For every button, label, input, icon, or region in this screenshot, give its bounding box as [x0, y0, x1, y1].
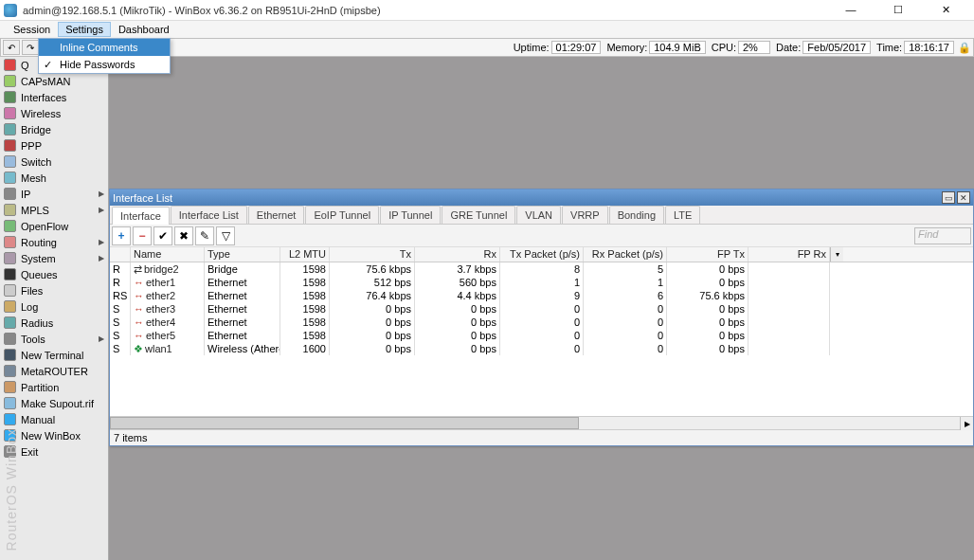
tab-ethernet[interactable]: Ethernet — [248, 206, 305, 224]
scroll-right-arrow-icon[interactable]: ▶ — [960, 417, 973, 430]
table-row[interactable]: S↔ether5Ethernet15980 bps0 bps000 bps — [110, 329, 973, 342]
minimize-button[interactable]: — — [834, 4, 868, 16]
enable-button[interactable]: ✔ — [153, 226, 172, 245]
sidebar-item-interfaces[interactable]: Interfaces — [0, 89, 108, 105]
submenu-arrow-icon: ▶ — [99, 238, 104, 246]
cpu-label: CPU: — [712, 42, 736, 53]
scrollbar-thumb[interactable] — [110, 417, 579, 429]
column-header[interactable]: FP Tx — [667, 247, 749, 262]
sidebar-item-routing[interactable]: Routing▶ — [0, 234, 108, 250]
sidebar-item-new-terminal[interactable]: New Terminal — [0, 347, 108, 363]
cell — [749, 316, 830, 329]
tab-bonding[interactable]: Bonding — [609, 206, 664, 224]
sidebar-item-queues[interactable]: Queues — [0, 266, 108, 282]
column-header[interactable]: Tx — [330, 247, 415, 262]
column-menu-button[interactable]: ▾ — [830, 247, 843, 262]
sidebar-label: CAPsMAN — [21, 76, 71, 87]
cell — [749, 302, 830, 316]
menu-item-hide-passwords[interactable]: ✓ Hide Passwords — [39, 56, 170, 73]
menu-dashboard[interactable]: Dashboard — [111, 22, 177, 37]
column-header[interactable]: Type — [205, 247, 280, 262]
sidebar-item-log[interactable]: Log — [0, 298, 108, 315]
sidebar-item-system[interactable]: System▶ — [0, 250, 108, 266]
sidebar-item-wireless[interactable]: Wireless — [0, 105, 108, 121]
table-row[interactable]: R⇄bridge2Bridge159875.6 kbps3.7 kbps850 … — [110, 262, 973, 276]
menu-session[interactable]: Session — [6, 22, 58, 37]
redo-button[interactable]: ↷ — [22, 40, 39, 55]
sidebar-item-tools[interactable]: Tools▶ — [0, 331, 108, 347]
column-header[interactable]: Name — [131, 247, 205, 262]
disable-button[interactable]: ✖ — [174, 226, 193, 245]
column-header[interactable]: Tx Packet (p/s) — [500, 247, 584, 262]
sidebar-item-ip[interactable]: IP▶ — [0, 186, 108, 202]
cell — [749, 262, 830, 276]
tab-ip-tunnel[interactable]: IP Tunnel — [380, 206, 441, 224]
interface-name: ether1 — [146, 277, 175, 288]
comment-button[interactable]: ✎ — [195, 226, 214, 245]
column-header[interactable]: L2 MTU — [280, 247, 330, 262]
check-icon: ✓ — [44, 59, 52, 71]
cell: 0 — [584, 329, 667, 342]
cell: 0 bps — [330, 302, 415, 316]
column-header[interactable]: Rx — [415, 247, 500, 262]
tab-lte[interactable]: LTE — [665, 206, 700, 224]
add-button[interactable]: + — [112, 226, 131, 245]
menu-item-inline-comments[interactable]: Inline Comments — [39, 39, 170, 56]
find-input[interactable]: Find — [914, 227, 971, 244]
sidebar-item-ppp[interactable]: PPP — [0, 137, 108, 154]
filter-button[interactable]: ▽ — [216, 226, 235, 245]
tab-vlan[interactable]: VLAN — [516, 206, 561, 224]
maximize-button[interactable]: ☐ — [881, 4, 915, 16]
table-row[interactable]: S↔ether3Ethernet15980 bps0 bps000 bps — [110, 302, 973, 316]
table-row[interactable]: S↔ether4Ethernet15980 bps0 bps000 bps — [110, 316, 973, 329]
sidebar-item-radius[interactable]: Radius — [0, 315, 108, 331]
remove-button[interactable]: − — [133, 226, 152, 245]
sidebar-label: Switch — [21, 156, 51, 168]
sidebar-icon — [4, 316, 16, 329]
sidebar-item-mpls[interactable]: MPLS▶ — [0, 202, 108, 218]
window-close-button[interactable]: ✕ — [957, 191, 970, 204]
submenu-arrow-icon: ▶ — [99, 190, 104, 198]
workspace: QCAPsMANInterfacesWirelessBridgePPPSwitc… — [0, 57, 974, 560]
tab-eoip-tunnel[interactable]: EoIP Tunnel — [305, 206, 379, 224]
sidebar-icon — [4, 284, 16, 297]
sidebar-item-capsman[interactable]: CAPsMAN — [0, 73, 108, 89]
tab-interface[interactable]: Interface — [112, 207, 170, 225]
table-row[interactable]: S❖wlan1Wireless (Atheros AR9...16000 bps… — [110, 342, 973, 355]
table-row[interactable]: R↔ether1Ethernet1598512 bps560 bps110 bp… — [110, 276, 973, 289]
sidebar-icon — [4, 252, 16, 264]
cell — [749, 276, 830, 289]
tab-interface-list[interactable]: Interface List — [171, 206, 247, 224]
tab-vrrp[interactable]: VRRP — [562, 206, 608, 224]
cell: 0 bps — [667, 342, 749, 355]
close-button[interactable]: ✕ — [929, 4, 963, 16]
sidebar-item-switch[interactable]: Switch — [0, 154, 108, 170]
grid-header: NameTypeL2 MTUTxRxTx Packet (p/s)Rx Pack… — [110, 247, 973, 262]
sidebar-item-metarouter[interactable]: MetaROUTER — [0, 363, 108, 379]
window-title: admin@192.168.5.1 (MikroTik) - WinBox v6… — [23, 5, 826, 16]
horizontal-scrollbar[interactable]: ▶ — [110, 416, 973, 429]
tab-gre-tunnel[interactable]: GRE Tunnel — [442, 206, 515, 224]
sidebar-label: New WinBox — [21, 430, 81, 442]
column-header[interactable]: Rx Packet (p/s) — [584, 247, 667, 262]
sidebar-icon — [4, 268, 16, 280]
sidebar-item-files[interactable]: Files — [0, 282, 108, 298]
window-titlebar[interactable]: Interface List ▭ ✕ — [110, 190, 973, 206]
cell: 1 — [500, 276, 584, 289]
menu-settings[interactable]: Settings — [58, 22, 111, 37]
settings-dropdown: Inline Comments ✓ Hide Passwords — [38, 38, 171, 74]
undo-button[interactable]: ↶ — [3, 40, 20, 55]
table-row[interactable]: RS↔ether2Ethernet159876.4 kbps4.4 kbps96… — [110, 289, 973, 302]
column-header[interactable]: FP Rx — [749, 247, 830, 262]
sidebar-item-make-supout-rif[interactable]: Make Supout.rif — [0, 395, 108, 411]
sidebar-item-mesh[interactable]: Mesh — [0, 170, 108, 186]
column-header[interactable] — [110, 247, 131, 262]
sidebar-item-partition[interactable]: Partition — [0, 379, 108, 395]
sidebar-icon — [4, 139, 16, 152]
window-minimize-button[interactable]: ▭ — [942, 191, 955, 204]
sidebar-item-openflow[interactable]: OpenFlow — [0, 218, 108, 234]
cell: R — [110, 262, 131, 276]
sidebar-item-bridge[interactable]: Bridge — [0, 121, 108, 137]
interface-type-icon: ↔ — [134, 303, 144, 315]
interface-name: ether2 — [146, 290, 175, 301]
